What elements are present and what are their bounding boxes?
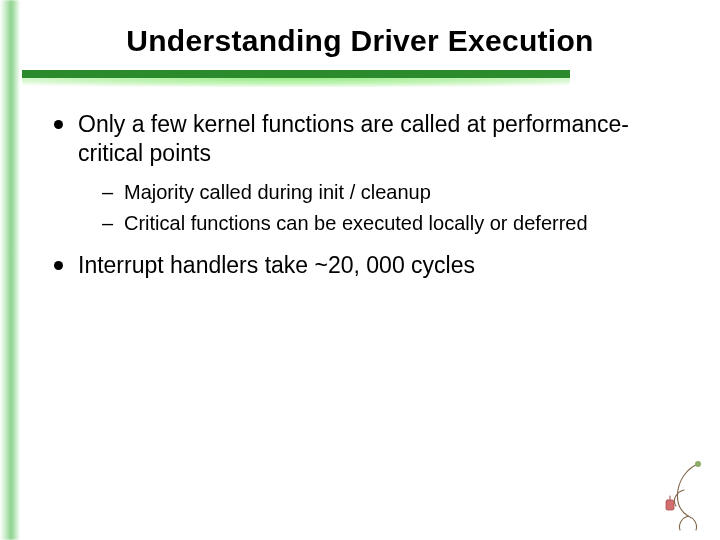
sub-bullet-text: Majority called during init / cleanup (124, 181, 431, 203)
title-underline (22, 70, 570, 86)
left-accent-bar (0, 0, 20, 540)
corner-doodle-icon (658, 458, 710, 536)
bullet-text: Interrupt handlers take ~20, 000 cycles (78, 252, 475, 278)
svg-point-0 (695, 461, 701, 467)
sub-bullet-item: Critical functions can be executed local… (102, 210, 682, 237)
slide: Understanding Driver Execution Only a fe… (0, 0, 720, 540)
bullet-item: Only a few kernel functions are called a… (54, 110, 682, 237)
slide-title: Understanding Driver Execution (0, 24, 720, 58)
bullet-item: Interrupt handlers take ~20, 000 cycles (54, 251, 682, 280)
content-area: Only a few kernel functions are called a… (54, 110, 682, 292)
bullet-text: Only a few kernel functions are called a… (78, 111, 629, 166)
sub-bullet-item: Majority called during init / cleanup (102, 179, 682, 206)
sub-bullet-text: Critical functions can be executed local… (124, 212, 588, 234)
svg-rect-1 (666, 500, 674, 510)
